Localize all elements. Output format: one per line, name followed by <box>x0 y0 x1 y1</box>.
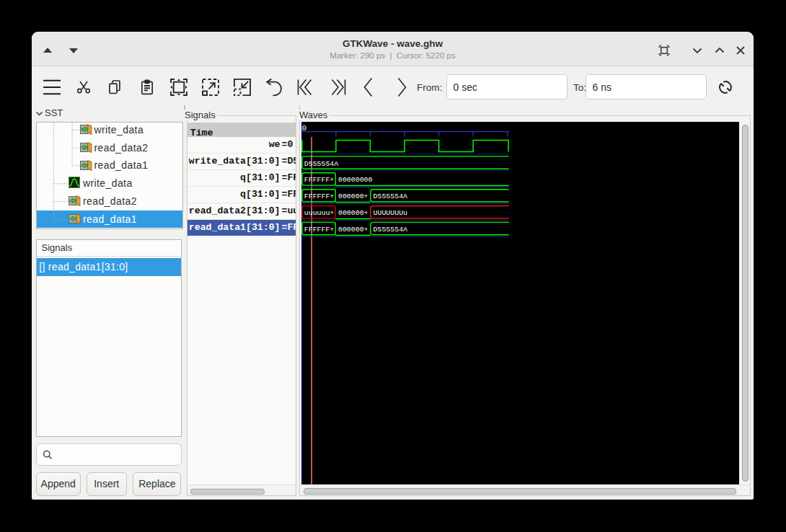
svg-text:FFFFFF+: FFFFFF+ <box>304 176 334 184</box>
svg-text:00000000: 00000000 <box>338 176 372 184</box>
svg-text:D555554A: D555554A <box>304 159 337 167</box>
svg-text:000000+: 000000+ <box>338 209 368 217</box>
svg-text:000000+: 000000+ <box>338 192 368 200</box>
svg-text:D555554A: D555554A <box>373 192 407 200</box>
svg-text:UUUUUUUu: UUUUUUUu <box>373 209 407 217</box>
svg-text:uuuuuu+: uuuuuu+ <box>304 209 334 217</box>
svg-text:FFFFFF+: FFFFFF+ <box>304 192 334 200</box>
svg-text:000000+: 000000+ <box>338 226 368 234</box>
svg-text:FFFFFF+: FFFFFF+ <box>304 226 334 234</box>
svg-text:D555554A: D555554A <box>373 226 407 234</box>
